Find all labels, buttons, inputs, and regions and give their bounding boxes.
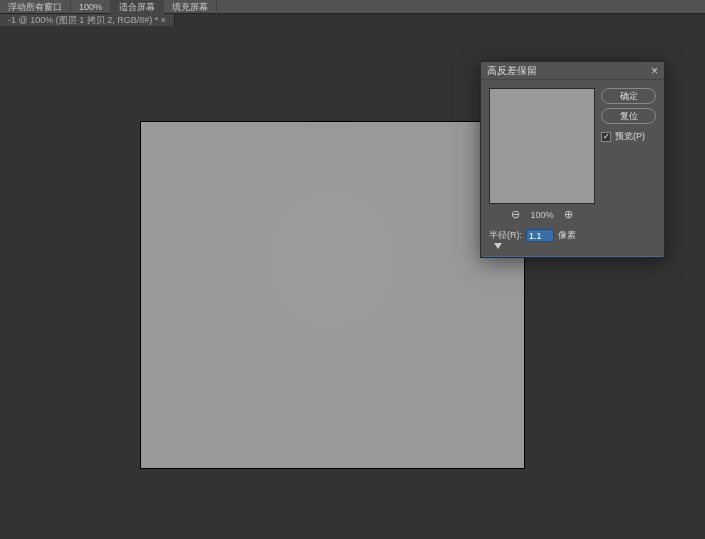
preview-checkbox[interactable]: ✓ [601, 132, 611, 142]
slider-thumb-icon[interactable] [494, 243, 502, 249]
zoom-percent[interactable]: 100% [71, 0, 111, 14]
cancel-button[interactable]: 复位 [601, 108, 656, 124]
preview-image[interactable] [489, 88, 595, 204]
top-toolbar: 浮动所有窗口 100% 适合屏幕 填充屏幕 [0, 0, 705, 14]
radius-unit: 像素 [558, 229, 576, 242]
float-all-button[interactable]: 浮动所有窗口 [0, 0, 71, 14]
radius-input[interactable] [526, 229, 554, 242]
close-icon[interactable]: × [651, 64, 658, 78]
dialog-title: 高反差保留 [487, 64, 537, 78]
radius-label: 半径(R): [489, 229, 522, 242]
document-tab[interactable]: -1 @ 100% (图层 1 拷贝 2, RGB/8#) * × [0, 14, 175, 26]
dialog-titlebar[interactable]: 高反差保留 × [481, 62, 664, 80]
radius-slider[interactable] [491, 246, 654, 248]
fit-screen-button[interactable]: 适合屏幕 [111, 0, 164, 14]
preview-checkbox-label: 预览(P) [615, 130, 645, 143]
tab-bar: -1 @ 100% (图层 1 拷贝 2, RGB/8#) * × [0, 14, 705, 26]
ok-button[interactable]: 确定 [601, 88, 656, 104]
zoom-in-icon[interactable]: ⊕ [564, 208, 573, 221]
fill-screen-button[interactable]: 填充屏幕 [164, 0, 217, 14]
preview-zoom-percent: 100% [530, 210, 553, 220]
zoom-out-icon[interactable]: ⊖ [511, 208, 520, 221]
high-pass-dialog: 高反差保留 × ⊖ 100% ⊕ 确定 复位 ✓ 预览(P) 半径(R): 像素 [480, 61, 665, 258]
document-canvas[interactable] [140, 121, 525, 469]
